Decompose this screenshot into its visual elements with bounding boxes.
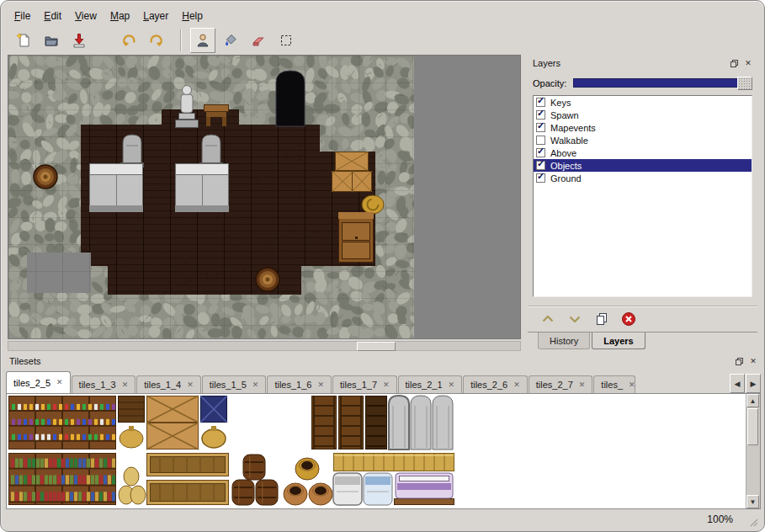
tab-close-icon[interactable]: ✕ (187, 381, 194, 389)
tab-scroll-controls: ◀ ▶ (729, 374, 761, 393)
tilesets-dock-titlebar: Tilesets ✕ (4, 354, 762, 368)
tab-layers[interactable]: Layers (592, 332, 645, 349)
tileset-tab-label: tiles_1_7 (340, 380, 377, 390)
tileset-tab[interactable]: tiles_2_6✕ (463, 375, 528, 393)
checkmark-icon: ✓ (537, 146, 545, 157)
menu-view[interactable]: View (68, 8, 104, 24)
layer-visibility-checkbox[interactable]: ✓ (536, 148, 545, 157)
layer-label: Above (550, 148, 576, 158)
layer-row[interactable]: ✓ Mapevents (534, 121, 752, 134)
eraser-tool-button[interactable] (246, 28, 271, 53)
tab-close-icon[interactable]: ✕ (629, 381, 635, 389)
tab-close-icon[interactable]: ✕ (317, 381, 324, 389)
menu-file[interactable]: File (8, 8, 37, 24)
float-dock-button[interactable] (728, 58, 740, 69)
tileset-tab[interactable]: tiles_1_7✕ (332, 375, 397, 393)
tilesets-dock-title: Tilesets (9, 356, 41, 366)
stamp-tool-icon (194, 32, 211, 49)
zoom-level: 100% (707, 513, 733, 525)
duplicate-layer-button[interactable] (592, 310, 612, 328)
scroll-tabs-left-button[interactable]: ◀ (730, 374, 745, 393)
layers-dock: Layers ✕ Opacity: ✓ Keys ✓ Spaw (528, 56, 757, 349)
scroll-down-button[interactable]: ▼ (746, 495, 759, 508)
checkmark-icon: ✓ (537, 171, 545, 182)
app-window: File Edit View Map Layer Help (0, 0, 765, 532)
menu-layer[interactable]: Layer (136, 8, 175, 24)
undo-button[interactable] (116, 28, 141, 53)
delete-layer-button[interactable] (619, 310, 639, 328)
tab-close-icon[interactable]: ✕ (252, 381, 259, 389)
layer-row[interactable]: ✓ Walkable (534, 134, 752, 146)
close-icon: ✕ (750, 357, 757, 365)
layer-visibility-checkbox[interactable]: ✓ (536, 136, 545, 145)
raise-layer-button[interactable] (538, 310, 558, 328)
resize-grip[interactable] (747, 516, 758, 527)
new-file-button[interactable] (11, 28, 36, 53)
layer-visibility-checkbox[interactable]: ✓ (536, 110, 545, 120)
tileset-tab[interactable]: tiles_2_5✕ (6, 371, 71, 393)
tileset-tab-label: tiles_2_6 (470, 380, 507, 390)
tileset-tab-bar: tiles_2_5✕ tiles_1_3✕ tiles_1_4✕ tiles_1… (6, 371, 761, 393)
new-file-icon (15, 32, 32, 49)
scroll-tabs-right-button[interactable]: ▶ (746, 374, 761, 393)
float-dock-button[interactable] (733, 356, 745, 367)
tab-close-icon[interactable]: ✕ (383, 381, 390, 389)
layer-list: ✓ Keys ✓ Spawn ✓ Mapevents ✓ Walkable ✓ … (533, 95, 752, 297)
lower-layer-icon (566, 311, 583, 327)
layer-row[interactable]: ✓ Keys (534, 96, 752, 109)
map-canvas[interactable] (8, 56, 414, 338)
tab-close-icon[interactable]: ✕ (449, 381, 455, 389)
scroll-up-button[interactable]: ▲ (746, 394, 759, 407)
tileset-vertical-scrollbar[interactable]: ▲ ▼ (746, 394, 760, 508)
layer-buttons-row (528, 306, 757, 332)
layer-visibility-checkbox[interactable]: ✓ (536, 123, 545, 132)
stamp-tool-button[interactable] (190, 28, 215, 53)
map-horizontal-scrollbar[interactable] (8, 341, 521, 351)
menu-help[interactable]: Help (175, 8, 210, 24)
dock-tab-bar: History Layers (528, 332, 757, 350)
menu-edit[interactable]: Edit (37, 8, 68, 24)
status-bar: 100% (1, 511, 764, 531)
tileset-tab-label: tiles_1_3 (79, 380, 116, 390)
layer-label: Ground (550, 173, 582, 184)
tileset-tab[interactable]: tiles_1_5✕ (202, 375, 267, 393)
tileset-tab[interactable]: tiles_1_6✕ (267, 375, 332, 393)
redo-icon (148, 32, 165, 49)
tileset-tab-label: tiles_ (601, 380, 623, 390)
layer-visibility-checkbox[interactable]: ✓ (536, 98, 545, 107)
scrollbar-thumb[interactable] (747, 408, 758, 445)
menu-map[interactable]: Map (104, 8, 136, 24)
scrollbar-thumb[interactable] (357, 342, 396, 351)
lower-layer-button[interactable] (565, 310, 585, 328)
tab-close-icon[interactable]: ✕ (513, 381, 520, 389)
save-button[interactable] (66, 28, 92, 53)
tileset-tab[interactable]: tiles_1_3✕ (72, 375, 136, 393)
tileset-tab[interactable]: tiles_2_1✕ (398, 375, 463, 393)
opacity-slider[interactable] (573, 78, 752, 88)
tileset-tab[interactable]: tiles_1_4✕ (136, 375, 201, 393)
open-folder-button[interactable] (39, 28, 64, 53)
fill-tool-button[interactable] (218, 28, 243, 53)
opacity-slider-handle[interactable] (737, 77, 752, 90)
float-window-icon (735, 357, 744, 366)
layer-row[interactable]: ✓ Objects (534, 159, 752, 172)
tab-close-icon[interactable]: ✕ (579, 381, 586, 389)
tab-history[interactable]: History (538, 332, 590, 349)
tileset-tab[interactable]: tiles_✕ (593, 375, 635, 393)
tab-close-icon[interactable]: ✕ (122, 381, 129, 389)
tileset-tab[interactable]: tiles_2_7✕ (529, 375, 593, 393)
layer-visibility-checkbox[interactable]: ✓ (536, 161, 545, 170)
layer-label: Objects (550, 161, 582, 171)
layer-visibility-checkbox[interactable]: ✓ (536, 173, 545, 183)
redo-button[interactable] (144, 28, 169, 53)
close-dock-button[interactable]: ✕ (747, 356, 759, 367)
layer-row[interactable]: ✓ Above (534, 146, 752, 159)
layer-row[interactable]: ✓ Spawn (534, 109, 752, 121)
select-tool-button[interactable] (274, 28, 299, 53)
layer-row[interactable]: ✓ Ground (534, 172, 752, 184)
close-dock-button[interactable]: ✕ (742, 58, 754, 69)
tileset-canvas[interactable] (8, 395, 746, 508)
tab-close-icon[interactable]: ✕ (56, 379, 63, 386)
layer-label: Mapevents (550, 123, 596, 133)
eraser-tool-icon (250, 32, 267, 49)
